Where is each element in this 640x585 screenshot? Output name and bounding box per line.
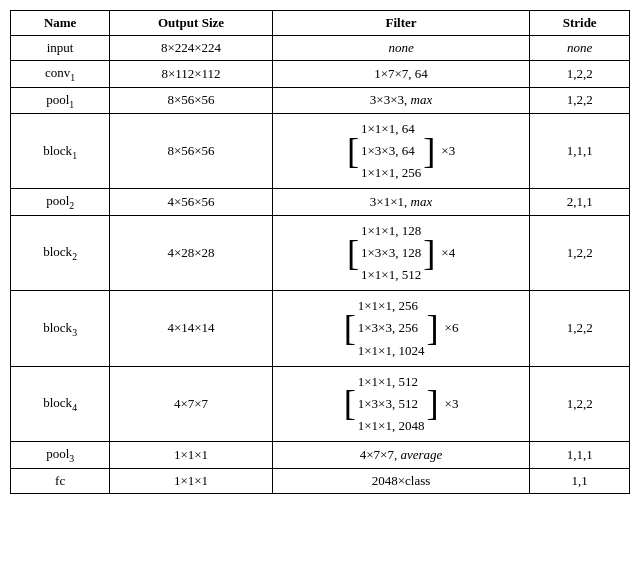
cell-name: pool2: [11, 189, 110, 216]
cell-output: 8×224×224: [110, 36, 272, 61]
cell-output: 4×28×28: [110, 216, 272, 291]
table-row: pool31×1×14×7×7, average1,1,1: [11, 441, 630, 468]
cell-name: conv1: [11, 61, 110, 88]
cell-name: pool3: [11, 441, 110, 468]
filter-line: 1×1×1, 512: [358, 371, 418, 393]
right-bracket-icon: ]: [426, 312, 438, 345]
table-row: block34×14×14[1×1×1, 2561×3×3, 2561×1×1,…: [11, 291, 630, 366]
repeat-count: ×3: [441, 143, 455, 159]
filter-line: 1×1×1, 64: [361, 118, 415, 140]
cell-output: 8×56×56: [110, 87, 272, 114]
table-row: pool18×56×563×3×3, max1,2,2: [11, 87, 630, 114]
cell-stride: 1,2,2: [530, 216, 630, 291]
cell-filter: none: [272, 36, 530, 61]
cell-name: block3: [11, 291, 110, 366]
cell-name: block2: [11, 216, 110, 291]
table-row: fc1×1×12048×class1,1: [11, 468, 630, 493]
cell-output: 4×14×14: [110, 291, 272, 366]
col-header-output: Output Size: [110, 11, 272, 36]
cell-stride: 2,1,1: [530, 189, 630, 216]
table-row: block24×28×28[1×1×1, 1281×3×3, 1281×1×1,…: [11, 216, 630, 291]
col-header-filter: Filter: [272, 11, 530, 36]
filter-line: 1×1×1, 128: [361, 220, 421, 242]
cell-name: block4: [11, 366, 110, 441]
cell-output: 4×7×7: [110, 366, 272, 441]
cell-stride: 1,2,2: [530, 366, 630, 441]
repeat-count: ×4: [441, 245, 455, 261]
cell-name: input: [11, 36, 110, 61]
cell-filter: 3×3×3, max: [272, 87, 530, 114]
cell-filter: 2048×class: [272, 468, 530, 493]
cell-stride: none: [530, 36, 630, 61]
cell-output: 1×1×1: [110, 468, 272, 493]
cell-filter: [1×1×1, 1281×3×3, 1281×1×1, 512]×4: [272, 216, 530, 291]
left-bracket-icon: [: [344, 312, 356, 345]
cell-filter: 1×7×7, 64: [272, 61, 530, 88]
cell-output: 8×56×56: [110, 114, 272, 189]
filter-line: 1×1×1, 1024: [358, 340, 425, 362]
cell-stride: 1,1,1: [530, 441, 630, 468]
cell-filter: [1×1×1, 641×3×3, 641×1×1, 256]×3: [272, 114, 530, 189]
cell-output: 4×56×56: [110, 189, 272, 216]
filter-line: 1×1×1, 2048: [358, 415, 425, 437]
architecture-table: Name Output Size Filter Stride input8×22…: [10, 10, 630, 494]
repeat-count: ×3: [445, 396, 459, 412]
filter-line: 1×3×3, 128: [361, 242, 421, 264]
table-row: input8×224×224nonenone: [11, 36, 630, 61]
col-header-stride: Stride: [530, 11, 630, 36]
repeat-count: ×6: [445, 320, 459, 336]
cell-filter: [1×1×1, 2561×3×3, 2561×1×1, 1024]×6: [272, 291, 530, 366]
filter-line: 1×3×3, 256: [358, 317, 418, 339]
cell-name: block1: [11, 114, 110, 189]
cell-stride: 1,1,1: [530, 114, 630, 189]
cell-stride: 1,2,2: [530, 87, 630, 114]
cell-stride: 1,2,2: [530, 61, 630, 88]
table-row: block44×7×7[1×1×1, 5121×3×3, 5121×1×1, 2…: [11, 366, 630, 441]
col-header-name: Name: [11, 11, 110, 36]
filter-line: 1×3×3, 64: [361, 140, 415, 162]
cell-output: 1×1×1: [110, 441, 272, 468]
filter-line: 1×1×1, 256: [358, 295, 418, 317]
left-bracket-icon: [: [344, 387, 356, 420]
filter-line: 1×3×3, 512: [358, 393, 418, 415]
right-bracket-icon: ]: [426, 387, 438, 420]
cell-filter: 4×7×7, average: [272, 441, 530, 468]
table-row: pool24×56×563×1×1, max2,1,1: [11, 189, 630, 216]
cell-stride: 1,2,2: [530, 291, 630, 366]
right-bracket-icon: ]: [423, 135, 435, 168]
filter-line: 1×1×1, 512: [361, 264, 421, 286]
cell-name: pool1: [11, 87, 110, 114]
cell-output: 8×112×112: [110, 61, 272, 88]
cell-name: fc: [11, 468, 110, 493]
cell-filter: 3×1×1, max: [272, 189, 530, 216]
table-row: block18×56×56[1×1×1, 641×3×3, 641×1×1, 2…: [11, 114, 630, 189]
left-bracket-icon: [: [347, 135, 359, 168]
table-row: conv18×112×1121×7×7, 641,2,2: [11, 61, 630, 88]
left-bracket-icon: [: [347, 237, 359, 270]
cell-filter: [1×1×1, 5121×3×3, 5121×1×1, 2048]×3: [272, 366, 530, 441]
cell-stride: 1,1: [530, 468, 630, 493]
filter-line: 1×1×1, 256: [361, 162, 421, 184]
right-bracket-icon: ]: [423, 237, 435, 270]
